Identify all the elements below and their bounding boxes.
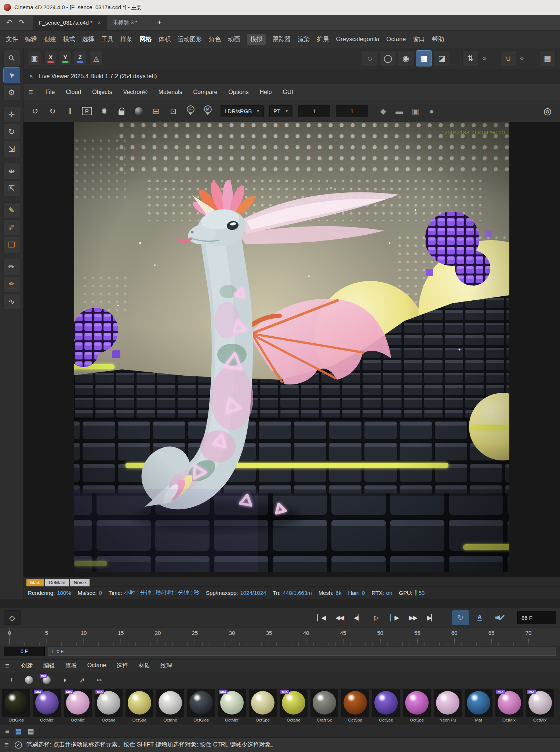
standard-material-button[interactable] (23, 674, 35, 686)
end-frame-field[interactable]: 86 F (517, 611, 556, 624)
lv-menu-item-1[interactable]: Cloud (66, 89, 81, 95)
color-space-select[interactable]: LDR/sRGB ▼ (221, 105, 264, 117)
material-thumbnail[interactable] (187, 689, 215, 717)
axis-scale-tool[interactable]: ⇱ (3, 180, 20, 196)
keyframe-diamond-icon[interactable]: ◇ (4, 610, 21, 625)
material-thumbnail[interactable]: MIX (280, 689, 308, 717)
texture-mode-icon[interactable]: ◪ (434, 50, 450, 66)
document-tab-1[interactable]: 未标题 3 * (107, 15, 143, 30)
live-viewer-menu-icon[interactable]: ≡ (29, 88, 33, 96)
spline-pen-tool[interactable]: ✎ (3, 202, 20, 218)
lv-number-field-2[interactable]: 1 (336, 105, 368, 117)
material-thumbnail[interactable] (434, 689, 462, 717)
material-thumbnail[interactable]: MIX (495, 689, 523, 717)
edges-mode-icon[interactable]: ◯ (380, 50, 396, 66)
main-menu-item-6[interactable]: 样条 (120, 35, 132, 43)
render-pass-1[interactable]: DeMain (45, 579, 69, 586)
main-menu-item-13[interactable]: 跟踪器 (273, 35, 291, 43)
workplane-icon[interactable]: ▣ (28, 51, 41, 66)
ink-pen-tool[interactable]: ✒ (3, 276, 20, 292)
material-menu-item-2[interactable]: 查看 (65, 662, 77, 670)
next-frame-button[interactable]: ▏▶ (386, 610, 403, 625)
loop-playback-icon[interactable]: ↻ (452, 610, 469, 625)
material-item-15[interactable]: Mat (464, 689, 493, 724)
kernel-select[interactable]: PT ▼ (269, 105, 292, 117)
main-menu-item-17[interactable]: Octane (386, 36, 406, 43)
axis-move-tool[interactable]: ⇹ (3, 163, 20, 179)
lv-menu-item-0[interactable]: File (46, 89, 55, 95)
material-thumbnail[interactable] (310, 689, 338, 717)
timeline-playhead[interactable] (10, 628, 10, 645)
material-thumbnail[interactable] (341, 689, 369, 717)
move-tool[interactable]: ✛ (3, 106, 20, 123)
clay-mode-button[interactable] (131, 104, 146, 119)
material-thumbnail[interactable]: MIX (526, 689, 554, 717)
material-thumbnail[interactable]: MIX (95, 689, 123, 717)
main-menu-item-4[interactable]: 选择 (82, 35, 94, 43)
material-thumbnail[interactable]: MIX (33, 689, 61, 717)
main-menu-item-2[interactable]: 创建 (44, 35, 56, 43)
main-menu-item-18[interactable]: 窗口 (413, 35, 425, 43)
material-thumbnail[interactable] (249, 689, 277, 717)
material-item-6[interactable]: OctGlos (186, 689, 216, 724)
material-thumbnail[interactable] (372, 689, 400, 717)
rotate-tool[interactable]: ↻ (3, 124, 20, 140)
material-item-9[interactable]: MIXOctane (279, 689, 308, 724)
main-menu-item-1[interactable]: 编辑 (25, 35, 37, 43)
tweak-tool[interactable]: ⚙ (3, 84, 20, 101)
render-layer-button[interactable]: ● (424, 104, 439, 119)
main-menu-item-11[interactable]: 动画 (228, 35, 240, 43)
axis-y-button[interactable]: Y (59, 51, 72, 66)
material-item-10[interactable]: Craft Sc (310, 689, 339, 724)
new-tab-button[interactable]: + (157, 18, 161, 27)
material-item-4[interactable]: OctSpe (125, 689, 154, 724)
go-to-start-button[interactable]: ▏◀ (313, 610, 330, 625)
previous-frame-button[interactable]: ◀▏ (349, 610, 366, 625)
main-menu-item-19[interactable]: 帮助 (432, 35, 444, 43)
lv-menu-item-6[interactable]: Options (228, 89, 248, 95)
undo-icon[interactable]: ↶ (4, 18, 14, 27)
coordinate-system-icon[interactable]: ◬ (90, 51, 103, 66)
material-item-1[interactable]: MIXOctMix' (32, 689, 62, 724)
material-menu-item-5[interactable]: 材质 (138, 662, 150, 670)
zoom-tool[interactable]: ⚲ (3, 50, 20, 66)
region-render-button[interactable]: R (80, 104, 94, 119)
material-thumbnail[interactable] (2, 689, 30, 717)
focus-picker-pin-button[interactable]: F (183, 104, 198, 119)
panel-view-icon[interactable]: ▤ (28, 727, 34, 735)
render-viewport[interactable]: 1200*2133 ZOOM:%100 (23, 122, 560, 577)
reset-render-button[interactable]: ↻ (45, 104, 60, 119)
material-thumbnail[interactable] (403, 689, 431, 717)
timeline-ruler[interactable]: 0510152025303540455055606570 (0, 627, 560, 646)
mute-sound-icon[interactable] (490, 610, 507, 625)
material-item-7[interactable]: MIXOctMix' (217, 689, 247, 724)
axis-modify-icon[interactable]: ⇅ (462, 50, 479, 66)
material-picker-button[interactable]: ✑ (93, 674, 106, 686)
tab-close-icon[interactable]: × (98, 19, 101, 26)
document-tab-0[interactable]: F_sence_0317a.c4d *× (33, 15, 107, 30)
material-thumbnail[interactable] (126, 689, 153, 717)
marker-a-button[interactable]: A (471, 610, 488, 625)
material-thumbnail[interactable]: MIX (218, 689, 246, 717)
material-menu-item-4[interactable]: 选择 (116, 662, 128, 670)
camera-view-button[interactable]: ▣ (408, 104, 423, 119)
pause-render-button[interactable]: ‖ (62, 104, 77, 119)
polygons-mode-icon[interactable]: ◉ (398, 50, 414, 66)
octane-target-icon[interactable]: ◎ (539, 106, 556, 116)
lv-menu-item-7[interactable]: Help (259, 89, 272, 95)
material-thumbnail[interactable]: MIX (64, 689, 92, 717)
main-menu-item-12[interactable]: 模拟 (247, 34, 266, 45)
redo-icon[interactable]: ↷ (17, 18, 26, 27)
scale-tool[interactable]: ⇲ (3, 141, 20, 157)
material-thumbnail[interactable] (156, 689, 184, 717)
grid-array-icon[interactable]: ▦ (539, 50, 556, 66)
main-menu-item-7[interactable]: 网格 (139, 35, 152, 43)
current-frame-field[interactable]: 0 F (4, 647, 45, 656)
restart-render-button[interactable]: ↺ (28, 104, 43, 119)
select-tool[interactable]: ➤ (3, 67, 20, 83)
go-to-end-button[interactable]: ▶▏ (423, 610, 440, 625)
next-key-button[interactable]: ▶▶ (404, 610, 421, 625)
grid-view-icon[interactable]: ▦ (15, 727, 22, 735)
previous-key-button[interactable]: ◀◀ (331, 610, 348, 625)
material-picker-pin-button[interactable]: M (200, 104, 215, 119)
